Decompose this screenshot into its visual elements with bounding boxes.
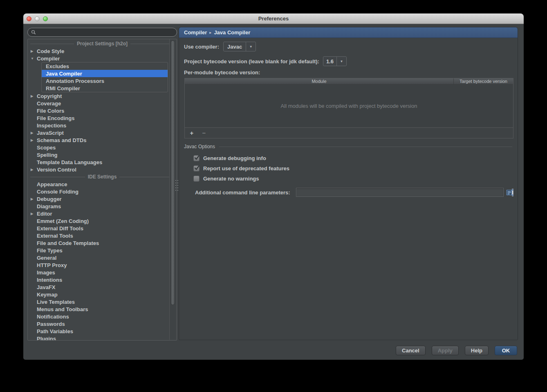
chevron-right-icon[interactable]: ▶ [31,212,37,216]
tree-item-excludes[interactable]: Excludes [42,62,168,70]
table-toolbar: + − [185,127,513,138]
window-titlebar[interactable]: Preferences [23,13,524,24]
close-icon[interactable] [27,16,31,21]
breadcrumb-compiler[interactable]: Compiler [184,29,207,36]
checkbox-checked-icon[interactable] [193,165,200,172]
chevron-right-icon[interactable]: ▶ [31,197,37,201]
checkbox-label: Generate no warnings [203,176,259,182]
tree-item-general[interactable]: General [28,254,177,261]
tree-scrollbar-thumb[interactable] [170,40,175,305]
use-compiler-select[interactable]: Javac ▼ [223,42,256,51]
settings-tree[interactable]: Project Settings [h2o]▶Code Style▼Compil… [27,39,177,341]
remove-module-button[interactable]: − [201,129,207,136]
tree-item-label: File Colors [37,108,64,114]
tree-item-coverage[interactable]: Coverage [28,100,177,107]
table-empty-body[interactable]: All modules will be compiled with projec… [185,85,513,127]
tree-item-intentions[interactable]: Intentions [28,276,177,283]
tree-item-file-and-code-templates[interactable]: File and Code Templates [28,239,177,247]
tree-item-label: JavaFX [37,284,56,290]
tree-item-editor[interactable]: ▶Editor [28,210,177,217]
tree-item-spelling[interactable]: Spelling [28,151,177,158]
tree-item-path-variables[interactable]: Path Variables [28,327,177,335]
tree-item-appearance[interactable]: Appearance [28,180,177,188]
splitter-handle-icon[interactable] [175,180,179,192]
tree-item-label: Version Control [37,167,76,173]
tree-item-code-style[interactable]: ▶Code Style [28,47,177,55]
tree-item-notifications[interactable]: Notifications [28,313,177,320]
tree-item-http-proxy[interactable]: HTTP Proxy [28,261,177,269]
divider [30,177,85,177]
chevron-down-icon[interactable]: ▼ [336,57,346,66]
tree-item-images[interactable]: Images [28,269,177,276]
ok-button[interactable]: OK [495,346,517,355]
tree-item-inspections[interactable]: Inspections [28,122,177,129]
tree-item-console-folding[interactable]: Console Folding [28,188,177,195]
cancel-button[interactable]: Cancel [396,346,426,355]
project-bytecode-select[interactable]: 1.6 ▼ [323,56,347,66]
chevron-down-icon[interactable]: ▼ [31,57,37,60]
tree-item-label: File Types [37,247,63,254]
tree-item-version-control[interactable]: ▶Version Control [28,166,177,173]
tree-item-diagrams[interactable]: Diagrams [28,203,177,210]
tree-section-label: IDE Settings [85,174,120,180]
additional-params-input[interactable] [296,188,504,197]
chevron-right-icon[interactable]: ▶ [31,138,37,142]
checkbox-row[interactable]: Report use of deprecated features [193,163,289,174]
chevron-right-icon[interactable]: ▶ [31,94,37,98]
tree-item-label: Plugins [37,336,56,341]
tree-item-label: Scopes [37,145,56,151]
tree-item-compiler[interactable]: ▼Compiler [28,55,177,62]
search-icon [31,30,36,35]
additional-params-label: Additional command line parameters: [195,189,290,196]
breadcrumb: Compiler ▸ Java Compiler [179,27,518,38]
tree-item-copyright[interactable]: ▶Copyright [28,92,177,100]
add-module-button[interactable]: + [189,129,195,136]
tree-item-file-colors[interactable]: File Colors [28,107,177,114]
tree-item-label: File and Code Templates [37,240,99,246]
chevron-right-icon[interactable]: ▶ [31,49,37,53]
tree-item-menus-and-toolbars[interactable]: Menus and Toolbars [28,305,177,313]
tree-item-label: Inspections [37,122,66,129]
expand-editor-icon[interactable] [506,188,513,197]
tree-item-javascript[interactable]: ▶JavaScript [28,129,177,136]
tree-item-external-diff-tools[interactable]: External Diff Tools [28,225,177,232]
tree-item-file-encodings[interactable]: File Encodings [28,114,177,122]
column-header-target-version[interactable]: Target bytecode version [453,78,513,84]
tree-item-rmi-compiler[interactable]: RMI Compiler [42,85,168,92]
tree-item-schemas-and-dtds[interactable]: ▶Schemas and DTDs [28,136,177,144]
tree-item-scopes[interactable]: Scopes [28,144,177,151]
javac-options-section: Javac Options [184,143,512,150]
tree-item-external-tools[interactable]: External Tools [28,232,177,239]
tree-item-live-templates[interactable]: Live Templates [28,298,177,305]
tree-item-passwords[interactable]: Passwords [28,320,177,327]
checkbox-row[interactable]: Generate debugging info [193,153,289,163]
checkbox-checked-icon[interactable] [193,155,200,161]
tree-item-file-types[interactable]: File Types [28,247,177,254]
tree-item-annotation-processors[interactable]: Annotation Processors [42,77,168,85]
tree-item-java-compiler[interactable]: Java Compiler [42,70,168,77]
javac-checkbox-list: Generate debugging infoReport use of dep… [193,153,289,184]
search-input[interactable] [38,29,173,36]
tree-item-label: HTTP Proxy [37,262,67,268]
tree-item-plugins[interactable]: Plugins [28,335,177,341]
tree-item-javafx[interactable]: JavaFX [28,283,177,291]
tree-item-label: Notifications [37,314,69,320]
minimize-icon[interactable] [35,16,40,21]
tree-item-debugger[interactable]: ▶Debugger [28,195,177,203]
tree-child-group: ExcludesJava CompilerAnnotation Processo… [41,62,168,92]
tree-section-header: Project Settings [h2o] [28,40,177,47]
chevron-right-icon[interactable]: ▶ [31,131,37,135]
settings-search[interactable] [27,28,177,37]
checkbox-row[interactable]: Generate no warnings [193,174,289,184]
tree-item-keymap[interactable]: Keymap [28,291,177,298]
column-header-module[interactable]: Module [185,78,453,84]
tree-scrollbar-track[interactable] [169,39,176,340]
tree-item-template-data-languages[interactable]: Template Data Languages [28,158,177,166]
chevron-down-icon[interactable]: ▼ [246,42,256,51]
zoom-icon[interactable] [43,16,48,21]
apply-button[interactable]: Apply [432,346,459,355]
help-button[interactable]: Help [465,346,489,355]
tree-item-emmet-zen-coding[interactable]: Emmet (Zen Coding) [28,217,177,225]
chevron-right-icon[interactable]: ▶ [31,168,37,172]
checkbox-unchecked-icon[interactable] [193,176,200,182]
